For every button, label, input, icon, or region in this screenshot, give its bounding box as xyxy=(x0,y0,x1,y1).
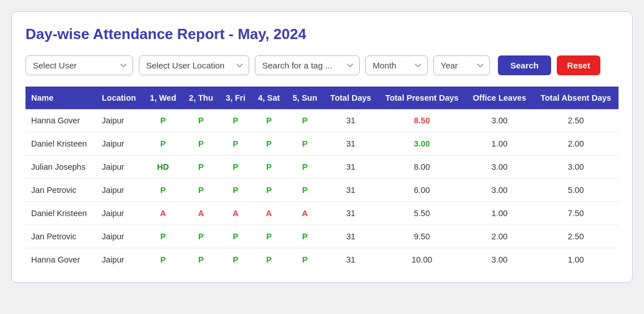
cell-location: Jaipur xyxy=(96,202,144,225)
cell-office-leaves: 3.00 xyxy=(466,156,534,179)
cell-total-absent: 3.00 xyxy=(533,156,619,179)
cell-office-leaves: 2.00 xyxy=(466,225,534,248)
year-dropdown[interactable]: Year xyxy=(433,55,490,75)
cell-total-absent: 7.50 xyxy=(533,202,619,225)
cell-d1: A xyxy=(143,202,182,225)
cell-total-absent: 2.50 xyxy=(533,109,619,132)
cell-total-present: 8.00 xyxy=(378,156,466,179)
table-row: Jan Petrovic Jaipur P P P P P 31 9.50 2.… xyxy=(25,225,619,248)
cell-d3: P xyxy=(220,248,252,272)
cell-location: Jaipur xyxy=(96,132,144,156)
cell-d5: P xyxy=(286,156,323,179)
cell-name: Jan Petrovic xyxy=(25,225,96,248)
cell-total-days: 31 xyxy=(323,202,378,225)
cell-location: Jaipur xyxy=(96,109,144,132)
cell-d4: P xyxy=(251,225,286,248)
cell-office-leaves: 3.00 xyxy=(466,248,534,272)
cell-total-days: 31 xyxy=(323,225,378,248)
month-dropdown[interactable]: Month xyxy=(365,55,428,75)
cell-d2: P xyxy=(182,248,219,272)
cell-d5: P xyxy=(286,225,323,248)
cell-d5: A xyxy=(286,202,323,225)
table-row: Daniel Kristeen Jaipur A A A A A 31 5.50… xyxy=(25,202,619,225)
col-header-d1: 1, Wed xyxy=(143,87,182,109)
cell-d1: P xyxy=(143,109,182,132)
cell-d3: P xyxy=(220,225,252,248)
cell-d3: P xyxy=(220,156,252,179)
cell-d1: P xyxy=(143,225,182,248)
cell-total-days: 31 xyxy=(323,109,378,132)
cell-total-absent: 5.00 xyxy=(533,179,619,202)
cell-d4: P xyxy=(251,179,286,202)
select-location-dropdown[interactable]: Select User Location xyxy=(139,55,249,75)
col-header-location: Location xyxy=(96,87,144,109)
cell-location: Jaipur xyxy=(96,225,144,248)
cell-d4: A xyxy=(251,202,286,225)
cell-total-days: 31 xyxy=(323,156,378,179)
col-header-total-days: Total Days xyxy=(323,87,378,109)
cell-d1: P xyxy=(143,132,182,156)
cell-total-days: 31 xyxy=(323,132,378,156)
filter-row: Select User Select User Location Search … xyxy=(25,55,619,75)
cell-total-absent: 1.00 xyxy=(533,248,619,272)
table-header-row: Name Location 1, Wed 2, Thu 3, Fri 4, Sa… xyxy=(25,87,619,109)
cell-location: Jaipur xyxy=(96,156,144,179)
cell-d3: A xyxy=(220,202,252,225)
table-row: Jan Petrovic Jaipur P P P P P 31 6.00 3.… xyxy=(25,179,619,202)
cell-d1: P xyxy=(143,179,182,202)
cell-d4: P xyxy=(251,109,286,132)
cell-d3: P xyxy=(220,132,252,156)
cell-total-absent: 2.50 xyxy=(533,225,619,248)
main-container: Day-wise Attendance Report - May, 2024 S… xyxy=(11,11,633,283)
search-button[interactable]: Search xyxy=(498,55,551,75)
cell-name: Daniel Kristeen xyxy=(25,132,96,156)
cell-d2: P xyxy=(182,179,219,202)
cell-name: Hanna Gover xyxy=(25,109,96,132)
cell-office-leaves: 3.00 xyxy=(466,179,534,202)
table-row: Hanna Gover Jaipur P P P P P 31 10.00 3.… xyxy=(25,248,619,272)
cell-location: Jaipur xyxy=(96,179,144,202)
col-header-d4: 4, Sat xyxy=(251,87,286,109)
cell-d5: P xyxy=(286,132,323,156)
cell-total-days: 31 xyxy=(323,248,378,272)
page-title: Day-wise Attendance Report - May, 2024 xyxy=(25,25,619,43)
cell-d3: P xyxy=(220,179,252,202)
search-tag-dropdown[interactable]: Search for a tag ... xyxy=(255,55,360,75)
cell-name: Daniel Kristeen xyxy=(25,202,96,225)
cell-d2: P xyxy=(182,109,219,132)
col-header-d5: 5, Sun xyxy=(286,87,323,109)
cell-d4: P xyxy=(251,248,286,272)
cell-total-present: 8.50 xyxy=(378,109,466,132)
cell-total-present: 10.00 xyxy=(378,248,466,272)
cell-total-absent: 2.00 xyxy=(533,132,619,156)
table-row: Hanna Gover Jaipur P P P P P 31 8.50 3.0… xyxy=(25,109,619,132)
cell-name: Hanna Gover xyxy=(25,248,96,272)
cell-office-leaves: 1.00 xyxy=(466,202,534,225)
cell-office-leaves: 1.00 xyxy=(466,132,534,156)
col-header-name: Name xyxy=(25,87,96,109)
cell-d1: P xyxy=(143,248,182,272)
attendance-table: Name Location 1, Wed 2, Thu 3, Fri 4, Sa… xyxy=(25,87,619,271)
table-row: Julian Josephs Jaipur HD P P P P 31 8.00… xyxy=(25,156,619,179)
table-row: Daniel Kristeen Jaipur P P P P P 31 3.00… xyxy=(25,132,619,156)
cell-d5: P xyxy=(286,248,323,272)
cell-total-present: 5.50 xyxy=(378,202,466,225)
col-header-d3: 3, Fri xyxy=(220,87,252,109)
col-header-office-leaves: Office Leaves xyxy=(466,87,534,109)
cell-d5: P xyxy=(286,179,323,202)
cell-name: Julian Josephs xyxy=(25,156,96,179)
cell-total-days: 31 xyxy=(323,179,378,202)
cell-d5: P xyxy=(286,109,323,132)
col-header-total-absent: Total Absent Days xyxy=(533,87,619,109)
cell-office-leaves: 3.00 xyxy=(466,109,534,132)
cell-d2: P xyxy=(182,156,219,179)
cell-total-present: 3.00 xyxy=(378,132,466,156)
col-header-d2: 2, Thu xyxy=(182,87,219,109)
cell-d1: HD xyxy=(143,156,182,179)
cell-d2: P xyxy=(182,225,219,248)
reset-button[interactable]: Reset xyxy=(557,55,600,75)
cell-total-present: 6.00 xyxy=(378,179,466,202)
select-user-dropdown[interactable]: Select User xyxy=(25,55,133,75)
cell-d2: A xyxy=(182,202,219,225)
cell-d4: P xyxy=(251,156,286,179)
